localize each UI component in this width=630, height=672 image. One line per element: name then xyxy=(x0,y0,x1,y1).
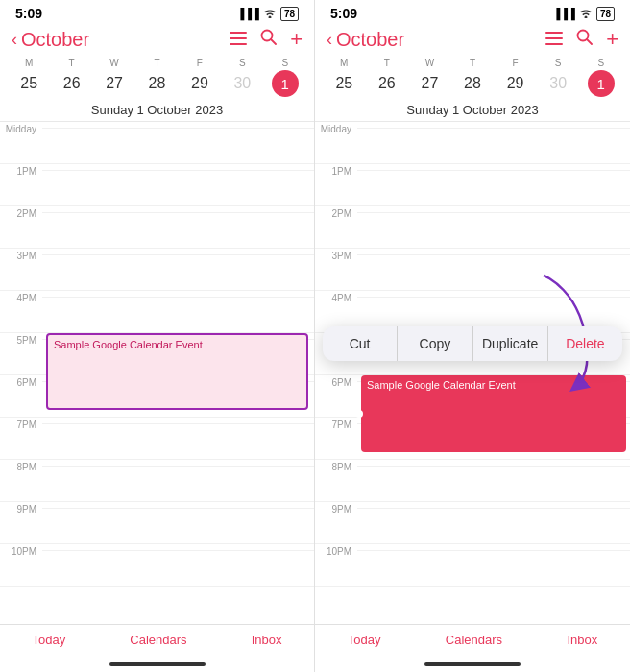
right-panel: 5:09 ▐▐▐ 78 ‹ October + M T xyxy=(315,0,630,672)
battery-icon-left: 78 xyxy=(280,7,299,21)
home-indicator-left xyxy=(109,662,206,666)
status-time-right: 5:09 xyxy=(330,6,357,21)
time-5pm-left: 5PM xyxy=(0,333,42,346)
home-indicator-right xyxy=(424,662,521,666)
day-label-s2-left: S xyxy=(264,56,306,70)
time-7pm-left: 7PM xyxy=(0,418,42,430)
day-label-f-right: F xyxy=(494,56,537,70)
slot-10pm-left: 10PM xyxy=(0,544,314,587)
wifi-icon-right xyxy=(579,8,593,20)
slot-2pm-right: 2PM xyxy=(315,206,630,249)
back-arrow-left[interactable]: ‹ xyxy=(12,30,17,50)
event-title-right: Sample Google Calendar Event xyxy=(367,379,516,391)
date-30-right[interactable]: 30 xyxy=(537,73,580,94)
time-grid-right[interactable]: Midday 1PM 2PM 3PM 4PM 5PM Cut Copy Dupl… xyxy=(315,122,630,624)
add-icon-right[interactable]: + xyxy=(606,27,618,52)
slot-7pm-left: 7PM xyxy=(0,418,314,460)
cal-header-left: ‹ October + xyxy=(0,25,314,56)
slot-8pm-right: 8PM xyxy=(315,460,630,502)
tab-today-left[interactable]: Today xyxy=(33,633,66,647)
signal-icon-right: ▐▐▐ xyxy=(552,8,574,19)
date-29-left[interactable]: 29 xyxy=(179,73,221,94)
time-9pm-right: 9PM xyxy=(315,502,357,515)
time-10pm-right: 10PM xyxy=(315,544,357,557)
time-midday-right: Midday xyxy=(315,122,357,134)
context-menu-duplicate[interactable]: Duplicate xyxy=(473,326,548,361)
slot-8pm-left: 8PM xyxy=(0,460,314,502)
date-27-left[interactable]: 27 xyxy=(93,73,135,94)
date-1-left[interactable]: 1 xyxy=(272,70,299,97)
cal-actions-left: + xyxy=(230,27,303,52)
date-28-left[interactable]: 28 xyxy=(135,73,178,94)
date-26-left[interactable]: 26 xyxy=(50,73,92,94)
status-icons-left: ▐▐▐ 78 xyxy=(236,7,299,21)
tab-bar-right: Today Calendars Inbox xyxy=(315,624,630,659)
status-icons-right: ▐▐▐ 78 xyxy=(552,7,615,21)
week-days-header-left: M T W T F S S xyxy=(0,56,314,70)
date-27-right[interactable]: 27 xyxy=(408,73,451,94)
time-3pm-right: 3PM xyxy=(315,249,357,261)
tab-calendars-right[interactable]: Calendars xyxy=(446,633,502,647)
date-25-left[interactable]: 25 xyxy=(8,73,50,94)
tab-calendars-left[interactable]: Calendars xyxy=(130,633,186,647)
week-dates-left: 25 26 27 28 29 30 1 xyxy=(0,70,314,101)
slot-2pm-left: 2PM xyxy=(0,206,314,249)
time-1pm-left: 1PM xyxy=(0,164,42,177)
status-bar-right: 5:09 ▐▐▐ 78 xyxy=(315,0,630,25)
slot-midday-left: Midday xyxy=(0,122,314,164)
date-26-right[interactable]: 26 xyxy=(366,73,409,94)
slot-3pm-left: 3PM xyxy=(0,249,314,291)
date-30-left[interactable]: 30 xyxy=(221,73,263,94)
tab-inbox-left[interactable]: Inbox xyxy=(252,633,282,647)
time-7pm-right: 7PM xyxy=(315,418,357,430)
tab-today-right[interactable]: Today xyxy=(348,633,381,647)
svg-rect-7 xyxy=(545,43,563,45)
context-menu-cut[interactable]: Cut xyxy=(323,326,398,361)
week-dates-right: 25 26 27 28 29 30 1 xyxy=(315,70,630,101)
day-label-m-right: M xyxy=(323,56,366,70)
time-4pm-left: 4PM xyxy=(0,291,42,303)
status-bar-left: 5:09 ▐▐▐ 78 xyxy=(0,0,314,25)
day-label-f-left: F xyxy=(179,56,221,70)
time-10pm-left: 10PM xyxy=(0,544,42,557)
date-29-right[interactable]: 29 xyxy=(494,73,537,94)
svg-line-9 xyxy=(587,39,592,44)
svg-rect-2 xyxy=(230,43,247,45)
day-label-w-left: W xyxy=(93,56,135,70)
week-days-header-right: M T W T F S S xyxy=(315,56,630,70)
time-grid-left[interactable]: Midday 1PM 2PM 3PM 4PM 5PM Sample Google… xyxy=(0,122,314,624)
add-icon-left[interactable]: + xyxy=(290,27,303,52)
day-label-t1-right: T xyxy=(366,56,409,70)
day-label-s1-right: S xyxy=(537,56,580,70)
context-menu-copy[interactable]: Copy xyxy=(398,326,472,361)
event-block-left[interactable]: Sample Google Calendar Event xyxy=(46,333,308,410)
date-1-right[interactable]: 1 xyxy=(588,70,615,97)
slot-1pm-left: 1PM xyxy=(0,164,314,206)
battery-icon-right: 78 xyxy=(596,7,615,21)
slot-4pm-left: 4PM xyxy=(0,291,314,333)
cal-title-right[interactable]: ‹ October xyxy=(327,29,404,51)
month-title-right: October xyxy=(336,29,404,51)
slot-10pm-right: 10PM xyxy=(315,544,630,587)
tab-bar-left: Today Calendars Inbox xyxy=(0,624,314,659)
date-28-right[interactable]: 28 xyxy=(451,73,495,94)
search-icon-left[interactable] xyxy=(260,29,277,50)
context-menu: Cut Copy Duplicate Delete xyxy=(323,326,622,361)
day-full-label-right: Sunday 1 October 2023 xyxy=(315,101,630,122)
cal-actions-right: + xyxy=(545,27,618,52)
svg-rect-1 xyxy=(230,37,247,39)
cal-title-left[interactable]: ‹ October xyxy=(12,29,89,51)
month-title-left: October xyxy=(21,29,89,51)
search-icon-right[interactable] xyxy=(576,29,593,50)
context-menu-delete[interactable]: Delete xyxy=(548,326,622,361)
date-25-right[interactable]: 25 xyxy=(323,73,366,94)
time-9pm-left: 9PM xyxy=(0,502,42,515)
tab-inbox-right[interactable]: Inbox xyxy=(567,633,597,647)
list-icon-left[interactable] xyxy=(230,29,247,50)
time-2pm-left: 2PM xyxy=(0,206,42,219)
back-arrow-right[interactable]: ‹ xyxy=(327,30,332,50)
day-label-t2-left: T xyxy=(135,56,178,70)
time-1pm-right: 1PM xyxy=(315,164,357,177)
slot-9pm-left: 9PM xyxy=(0,502,314,544)
list-icon-right[interactable] xyxy=(545,29,563,50)
